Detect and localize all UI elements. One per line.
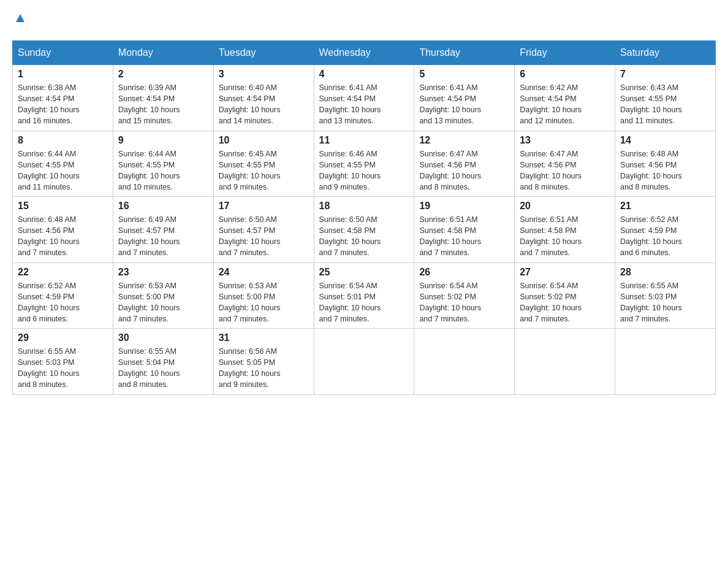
calendar-cell: 9 Sunrise: 6:44 AMSunset: 4:55 PMDayligh… xyxy=(113,131,213,197)
calendar-header-row: SundayMondayTuesdayWednesdayThursdayFrid… xyxy=(13,41,716,65)
day-info: Sunrise: 6:51 AMSunset: 4:58 PMDaylight:… xyxy=(419,214,509,259)
day-info: Sunrise: 6:48 AMSunset: 4:56 PMDaylight:… xyxy=(620,148,710,193)
calendar-cell: 7 Sunrise: 6:43 AMSunset: 4:55 PMDayligh… xyxy=(615,65,716,131)
day-number: 2 xyxy=(118,69,208,80)
calendar-cell: 28 Sunrise: 6:55 AMSunset: 5:03 PMDaylig… xyxy=(615,262,716,329)
day-number: 15 xyxy=(18,201,108,212)
calendar-cell: 4 Sunrise: 6:41 AMSunset: 4:54 PMDayligh… xyxy=(314,65,414,131)
calendar-week-row: 29 Sunrise: 6:55 AMSunset: 5:03 PMDaylig… xyxy=(13,329,716,395)
day-number: 11 xyxy=(319,135,409,146)
day-info: Sunrise: 6:46 AMSunset: 4:55 PMDaylight:… xyxy=(319,148,409,193)
day-number: 5 xyxy=(419,69,509,80)
calendar-cell: 1 Sunrise: 6:38 AMSunset: 4:54 PMDayligh… xyxy=(13,65,113,131)
calendar-cell: 23 Sunrise: 6:53 AMSunset: 5:00 PMDaylig… xyxy=(113,262,213,329)
day-number: 20 xyxy=(520,201,610,212)
day-info: Sunrise: 6:50 AMSunset: 4:58 PMDaylight:… xyxy=(319,214,409,259)
day-info: Sunrise: 6:49 AMSunset: 4:57 PMDaylight:… xyxy=(118,214,208,259)
calendar-day-header: Monday xyxy=(113,41,213,65)
calendar-cell: 11 Sunrise: 6:46 AMSunset: 4:55 PMDaylig… xyxy=(314,131,414,197)
day-info: Sunrise: 6:55 AMSunset: 5:03 PMDaylight:… xyxy=(620,280,710,325)
calendar-cell: 31 Sunrise: 6:56 AMSunset: 5:05 PMDaylig… xyxy=(213,329,314,395)
day-info: Sunrise: 6:54 AMSunset: 5:02 PMDaylight:… xyxy=(520,280,610,325)
day-info: Sunrise: 6:39 AMSunset: 4:54 PMDaylight:… xyxy=(118,82,208,127)
calendar-cell: 18 Sunrise: 6:50 AMSunset: 4:58 PMDaylig… xyxy=(314,197,414,263)
calendar-cell: 17 Sunrise: 6:50 AMSunset: 4:57 PMDaylig… xyxy=(213,197,314,263)
day-info: Sunrise: 6:40 AMSunset: 4:54 PMDaylight:… xyxy=(219,82,309,127)
day-number: 3 xyxy=(219,69,309,80)
day-number: 31 xyxy=(219,332,309,343)
day-number: 30 xyxy=(118,332,208,343)
calendar-cell: 22 Sunrise: 6:52 AMSunset: 4:59 PMDaylig… xyxy=(13,262,113,329)
day-number: 29 xyxy=(18,332,108,343)
calendar-cell: 21 Sunrise: 6:52 AMSunset: 4:59 PMDaylig… xyxy=(615,197,716,263)
calendar-cell: 14 Sunrise: 6:48 AMSunset: 4:56 PMDaylig… xyxy=(615,131,716,197)
logo xyxy=(12,12,27,28)
day-number: 9 xyxy=(118,135,208,146)
calendar-cell: 20 Sunrise: 6:51 AMSunset: 4:58 PMDaylig… xyxy=(515,197,615,263)
calendar-cell: 26 Sunrise: 6:54 AMSunset: 5:02 PMDaylig… xyxy=(414,262,515,329)
calendar-cell: 12 Sunrise: 6:47 AMSunset: 4:56 PMDaylig… xyxy=(414,131,515,197)
calendar-cell: 15 Sunrise: 6:48 AMSunset: 4:56 PMDaylig… xyxy=(13,197,113,263)
day-number: 7 xyxy=(620,69,710,80)
calendar-day-header: Tuesday xyxy=(213,41,314,65)
day-info: Sunrise: 6:47 AMSunset: 4:56 PMDaylight:… xyxy=(419,148,509,193)
logo-triangle-icon xyxy=(13,11,27,25)
day-info: Sunrise: 6:45 AMSunset: 4:55 PMDaylight:… xyxy=(219,148,309,193)
calendar-cell xyxy=(615,329,716,395)
day-info: Sunrise: 6:54 AMSunset: 5:02 PMDaylight:… xyxy=(419,280,509,325)
calendar-day-header: Sunday xyxy=(13,41,113,65)
day-number: 17 xyxy=(219,201,309,212)
day-info: Sunrise: 6:52 AMSunset: 4:59 PMDaylight:… xyxy=(18,280,108,325)
day-number: 24 xyxy=(219,267,309,278)
calendar-day-header: Thursday xyxy=(414,41,515,65)
day-info: Sunrise: 6:55 AMSunset: 5:04 PMDaylight:… xyxy=(118,346,208,391)
calendar-cell: 6 Sunrise: 6:42 AMSunset: 4:54 PMDayligh… xyxy=(515,65,615,131)
day-number: 22 xyxy=(18,267,108,278)
calendar-cell: 5 Sunrise: 6:41 AMSunset: 4:54 PMDayligh… xyxy=(414,65,515,131)
svg-marker-0 xyxy=(16,14,25,22)
calendar-cell xyxy=(515,329,615,395)
calendar-cell: 3 Sunrise: 6:40 AMSunset: 4:54 PMDayligh… xyxy=(213,65,314,131)
day-number: 26 xyxy=(419,267,509,278)
day-number: 12 xyxy=(419,135,509,146)
day-number: 13 xyxy=(520,135,610,146)
day-info: Sunrise: 6:53 AMSunset: 5:00 PMDaylight:… xyxy=(118,280,208,325)
day-number: 18 xyxy=(319,201,409,212)
day-number: 28 xyxy=(620,267,710,278)
calendar-week-row: 8 Sunrise: 6:44 AMSunset: 4:55 PMDayligh… xyxy=(13,131,716,197)
day-info: Sunrise: 6:50 AMSunset: 4:57 PMDaylight:… xyxy=(219,214,309,259)
day-info: Sunrise: 6:44 AMSunset: 4:55 PMDaylight:… xyxy=(18,148,108,193)
day-number: 19 xyxy=(419,201,509,212)
calendar-cell: 13 Sunrise: 6:47 AMSunset: 4:56 PMDaylig… xyxy=(515,131,615,197)
day-number: 16 xyxy=(118,201,208,212)
calendar-cell: 29 Sunrise: 6:55 AMSunset: 5:03 PMDaylig… xyxy=(13,329,113,395)
day-info: Sunrise: 6:52 AMSunset: 4:59 PMDaylight:… xyxy=(620,214,710,259)
day-info: Sunrise: 6:43 AMSunset: 4:55 PMDaylight:… xyxy=(620,82,710,127)
day-number: 27 xyxy=(520,267,610,278)
day-number: 6 xyxy=(520,69,610,80)
calendar-cell xyxy=(314,329,414,395)
day-number: 25 xyxy=(319,267,409,278)
day-number: 14 xyxy=(620,135,710,146)
day-info: Sunrise: 6:41 AMSunset: 4:54 PMDaylight:… xyxy=(319,82,409,127)
calendar-cell: 10 Sunrise: 6:45 AMSunset: 4:55 PMDaylig… xyxy=(213,131,314,197)
day-number: 21 xyxy=(620,201,710,212)
calendar-cell xyxy=(414,329,515,395)
day-info: Sunrise: 6:44 AMSunset: 4:55 PMDaylight:… xyxy=(118,148,208,193)
calendar-day-header: Saturday xyxy=(615,41,716,65)
calendar-cell: 25 Sunrise: 6:54 AMSunset: 5:01 PMDaylig… xyxy=(314,262,414,329)
calendar-cell: 2 Sunrise: 6:39 AMSunset: 4:54 PMDayligh… xyxy=(113,65,213,131)
day-info: Sunrise: 6:54 AMSunset: 5:01 PMDaylight:… xyxy=(319,280,409,325)
day-number: 10 xyxy=(219,135,309,146)
day-number: 4 xyxy=(319,69,409,80)
day-info: Sunrise: 6:55 AMSunset: 5:03 PMDaylight:… xyxy=(18,346,108,391)
calendar-day-header: Friday xyxy=(515,41,615,65)
calendar-cell: 8 Sunrise: 6:44 AMSunset: 4:55 PMDayligh… xyxy=(13,131,113,197)
day-number: 1 xyxy=(18,69,108,80)
calendar-cell: 27 Sunrise: 6:54 AMSunset: 5:02 PMDaylig… xyxy=(515,262,615,329)
calendar-cell: 16 Sunrise: 6:49 AMSunset: 4:57 PMDaylig… xyxy=(113,197,213,263)
day-info: Sunrise: 6:51 AMSunset: 4:58 PMDaylight:… xyxy=(520,214,610,259)
calendar-cell: 19 Sunrise: 6:51 AMSunset: 4:58 PMDaylig… xyxy=(414,197,515,263)
day-info: Sunrise: 6:47 AMSunset: 4:56 PMDaylight:… xyxy=(520,148,610,193)
day-info: Sunrise: 6:41 AMSunset: 4:54 PMDaylight:… xyxy=(419,82,509,127)
